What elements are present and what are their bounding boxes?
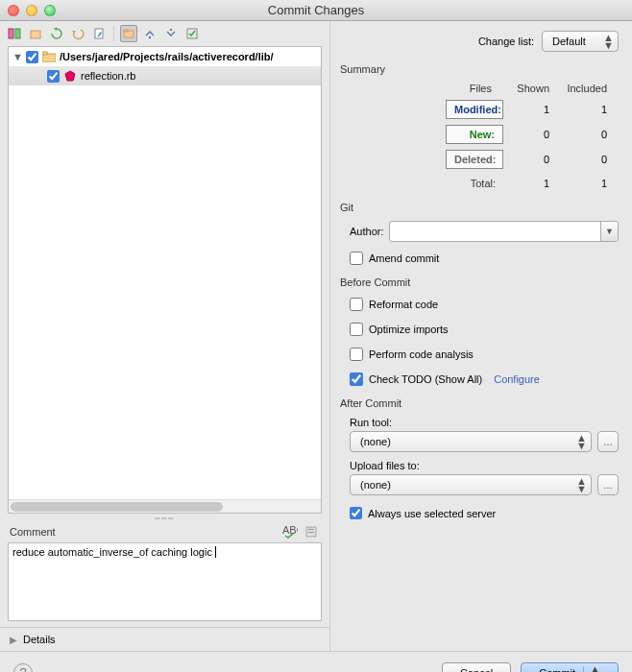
group-by-directory-icon[interactable] (120, 25, 137, 42)
jump-to-source-icon[interactable] (90, 25, 108, 42)
svg-rect-2 (31, 31, 40, 38)
total-shown: 1 (503, 178, 561, 189)
git-title: Git (340, 202, 619, 213)
svg-rect-7 (170, 29, 172, 31)
folder-icon (42, 50, 56, 63)
run-tool-label: Run tool: (350, 417, 619, 428)
configure-link[interactable]: Configure (494, 373, 540, 385)
refresh-icon[interactable] (48, 25, 65, 42)
row-modified-button[interactable]: Modified: (446, 100, 503, 119)
show-diff-icon[interactable] (6, 25, 23, 42)
move-to-changelist-icon[interactable] (27, 25, 44, 42)
upload-select[interactable]: (none) ▲▼ (350, 474, 592, 495)
after-commit-title: After Commit (340, 397, 619, 409)
svg-rect-6 (149, 36, 151, 38)
reformat-label: Reformat code (369, 299, 438, 310)
row-new-button[interactable]: New: (446, 125, 503, 144)
run-tool-value: (none) (360, 436, 391, 447)
stepper-arrows-icon: ▲▼ (603, 34, 614, 49)
svg-rect-5 (124, 30, 128, 32)
author-label: Author: (350, 226, 383, 237)
changelist-label: Change list: (478, 36, 534, 47)
analysis-label: Perform code analysis (369, 348, 474, 360)
total-included: 1 (561, 178, 619, 189)
svg-marker-11 (65, 71, 75, 81)
commit-message-input[interactable]: reduce automatic_inverse_of caching logi… (8, 542, 322, 621)
chevron-right-icon: ▶ (10, 635, 17, 645)
root-checkbox[interactable] (26, 51, 38, 63)
new-shown: 0 (503, 129, 561, 140)
spellcheck-icon[interactable]: ABC (281, 523, 299, 540)
reformat-checkbox[interactable] (350, 298, 363, 311)
comment-label: Comment (10, 526, 56, 538)
row-deleted-button[interactable]: Deleted: (446, 150, 503, 169)
history-icon[interactable] (303, 523, 320, 540)
amend-checkbox[interactable] (350, 252, 363, 265)
deleted-included: 0 (561, 154, 619, 165)
svg-rect-0 (9, 29, 13, 38)
always-server-checkbox[interactable] (350, 507, 362, 519)
row-total-label: Total: (446, 175, 503, 192)
svg-rect-15 (308, 532, 314, 533)
cancel-button[interactable]: Cancel (442, 662, 511, 673)
svg-rect-14 (308, 529, 314, 530)
commit-message-text: reduce automatic_inverse_of caching logi… (12, 546, 212, 558)
file-tree[interactable]: ▼ /Users/jared/Projects/rails/activereco… (8, 46, 322, 514)
modified-included: 1 (561, 104, 619, 115)
commit-menu-arrow-icon[interactable]: ▲▼ (583, 666, 600, 673)
analysis-checkbox[interactable] (350, 348, 363, 361)
summary-table: Files Shown Included Modified: 1 1 New: … (350, 83, 619, 192)
svg-rect-10 (42, 52, 47, 55)
run-tool-browse-button[interactable]: … (597, 431, 619, 452)
file-tree-toolbar (0, 21, 329, 46)
todo-label: Check TODO (Show All) (369, 373, 482, 385)
select-all-icon[interactable] (183, 25, 201, 42)
changelist-select[interactable]: Default ▲▼ (542, 31, 619, 52)
window-title: Commit Changes (0, 3, 632, 17)
upload-browse-button[interactable]: … (597, 474, 619, 495)
chevron-down-icon[interactable]: ▼ (600, 222, 618, 241)
col-shown: Shown (503, 83, 561, 94)
deleted-shown: 0 (503, 154, 561, 165)
revert-icon[interactable] (69, 25, 86, 42)
modified-shown: 1 (503, 104, 561, 115)
amend-label: Amend commit (369, 252, 439, 264)
new-included: 0 (561, 129, 619, 140)
titlebar: Commit Changes (0, 0, 632, 21)
details-toggle[interactable]: ▶ Details (0, 627, 329, 651)
todo-checkbox[interactable] (350, 372, 363, 386)
changelist-value: Default (552, 36, 586, 47)
optimize-label: Optimize imports (369, 324, 449, 335)
file-name-label: reflection.rb (81, 70, 135, 82)
summary-title: Summary (340, 63, 619, 75)
svg-rect-1 (15, 29, 20, 38)
commit-button[interactable]: Commit ▲▼ (521, 662, 619, 673)
collapse-all-icon[interactable] (162, 25, 180, 42)
ruby-file-icon (63, 69, 77, 83)
stepper-arrows-icon: ▲▼ (576, 477, 587, 492)
svg-text:ABC: ABC (282, 525, 298, 536)
tree-root-row[interactable]: ▼ /Users/jared/Projects/rails/activereco… (9, 47, 321, 66)
upload-label: Upload files to: (350, 460, 619, 471)
author-combobox[interactable]: ▼ (389, 221, 619, 242)
stepper-arrows-icon: ▲▼ (576, 434, 587, 449)
always-server-label: Always use selected server (368, 508, 496, 519)
chevron-down-icon[interactable]: ▼ (12, 51, 22, 62)
file-checkbox[interactable] (47, 70, 60, 83)
col-included: Included (561, 83, 619, 94)
before-commit-title: Before Commit (340, 276, 619, 288)
tree-file-row[interactable]: reflection.rb (9, 66, 321, 85)
horizontal-scrollbar[interactable] (9, 499, 321, 513)
expand-all-icon[interactable] (141, 25, 158, 42)
col-files: Files (446, 83, 503, 94)
optimize-checkbox[interactable] (350, 323, 363, 336)
run-tool-select[interactable]: (none) ▲▼ (350, 431, 592, 452)
details-label: Details (23, 634, 56, 645)
help-button[interactable]: ? (13, 663, 33, 673)
upload-value: (none) (360, 479, 391, 491)
root-path-label: /Users/jared/Projects/rails/activerecord… (60, 51, 274, 62)
